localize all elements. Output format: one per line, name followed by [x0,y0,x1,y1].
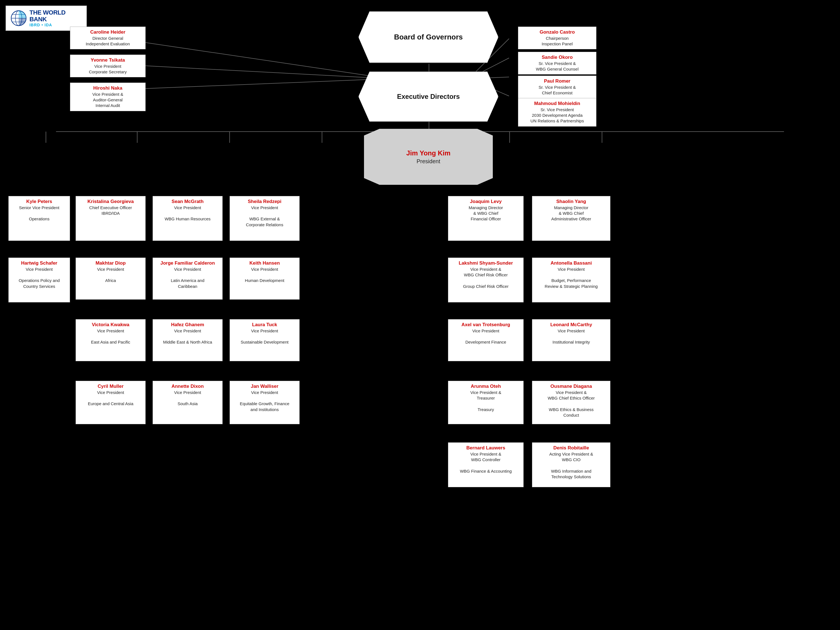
svg-line-3 [119,65,389,79]
executive-directors: Executive Directors [358,71,498,122]
president-name: Jim Yong Kim [406,149,450,157]
card-makhtar-diop: Makhtar Diop Vice PresidentAfrica [76,257,145,300]
svg-line-2 [119,39,389,79]
card-arunma-oteh: Arunma Oteh Vice President &TreasurerTre… [448,381,524,424]
card-lakshmi-shyam-sunder: Lakshmi Shyam-Sunder Vice President &WBG… [448,257,524,302]
card-jorge-familiar-calderon: Jorge Familiar Calderon Vice PresidentLa… [153,257,223,300]
card-sandie-okoro: Sandie Okoro Sr. Vice President &WBG Gen… [518,52,597,74]
card-mahmoud-mohieldin: Mahmoud Mohieldin Sr. Vice President2030… [518,98,597,126]
card-victoria-kwakwa: Victoria Kwakwa Vice PresidentEast Asia … [76,319,145,361]
card-caroline-heider: Caroline Heider Director GeneralIndepend… [70,27,145,49]
card-leonard-mccarthy: Leonard McCarthy Vice PresidentInstituti… [532,319,610,361]
board-of-governors: Board of Governors [358,11,498,63]
president-title: President [417,158,441,165]
card-joaquim-levy: Joaquim Levy Managing Director& WBG Chie… [448,196,524,241]
card-laura-tuck: Laura Tuck Vice PresidentSustainable Dev… [230,319,300,361]
svg-line-4 [119,79,389,90]
card-hartwig-schafer: Hartwig Schafer Vice PresidentOperations… [8,257,70,302]
card-antonella-bassani: Antonella Bassani Vice PresidentBudget, … [532,257,610,302]
card-sean-mcgrath: Sean McGrath Vice PresidentWBG Human Res… [153,196,223,241]
card-gonzalo-castro: Gonzalo Castro ChairpersonInspection Pan… [518,27,597,49]
card-hiroshi-naka: Hiroshi Naka Vice President &Auditor-Gen… [70,83,145,111]
card-cyril-muller: Cyril Muller Vice PresidentEurope and Ce… [76,381,145,424]
card-shaolin-yang: Shaolin Yang Managing Director& WBG Chie… [532,196,610,241]
card-jan-walliser: Jan Walliser Vice PresidentEquitable Gro… [230,381,300,424]
logo-name: THE WORLD BANK [29,9,82,23]
card-ousmane-diagana: Ousmane Diagana Vice President &WBG Chie… [532,381,610,424]
card-annette-dixon: Annette Dixon Vice PresidentSouth Asia [153,381,223,424]
executive-directors-label: Executive Directors [397,93,460,101]
card-keith-hansen: Keith Hansen Vice PresidentHuman Develop… [230,257,300,300]
card-hafez-ghanem: Hafez Ghanem Vice PresidentMiddle East &… [153,319,223,361]
card-sheila-redzepi: Sheila Redzepi Vice PresidentWBG Externa… [230,196,300,241]
card-bernard-lauwers: Bernard Lauwers Vice President &WBG Cont… [448,442,524,487]
logo-text: THE WORLD BANK IBRD • IDA [29,9,82,27]
card-kyle-peters: Kyle Peters Senior Vice PresidentOperati… [8,196,70,241]
card-paul-romer: Paul Romer Sr. Vice President &Chief Eco… [518,76,597,98]
card-denis-robitaille: Denis Robitaille Acting Vice President &… [532,442,610,487]
card-axel-van-trotsenburg: Axel van Trotsenburg Vice PresidentDevel… [448,319,524,361]
president-node: Jim Yong Kim President [364,129,493,185]
board-of-governors-label: Board of Governors [394,33,463,41]
world-bank-globe-icon [11,10,27,27]
card-yvonne-tsikata: Yvonne Tsikata Vice PresidentCorporate S… [70,55,145,77]
card-kristalina-georgieva: Kristalina Georgieva Chief Executive Off… [76,196,145,241]
